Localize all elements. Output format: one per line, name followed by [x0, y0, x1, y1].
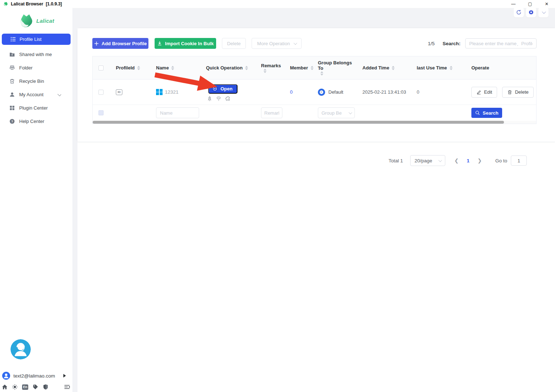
member-count-link[interactable]: 0 — [290, 89, 293, 95]
header-quick-operation: Quick Operation — [206, 65, 243, 71]
list-icon — [10, 37, 16, 42]
window-controls: — ▢ ✕ — [505, 0, 555, 8]
profile-name: 12321 — [165, 89, 179, 95]
more-operation-button[interactable]: More Operation — [252, 38, 302, 49]
sort-last-use-time[interactable] — [450, 66, 453, 70]
chevron-down-icon — [542, 10, 546, 14]
sidebar-item-label: Shared with me — [19, 52, 52, 57]
sidebar-item-label: Folder — [19, 65, 33, 71]
id-badge-icon[interactable]: ID — [116, 89, 122, 95]
lalicat-logo-icon — [18, 13, 35, 29]
add-browser-profile-button[interactable]: Add Browser Profile — [92, 38, 148, 49]
sidebar-item-shared-with-me[interactable]: Shared with me — [0, 48, 72, 61]
filter-search-button[interactable]: Search — [471, 108, 502, 118]
search-input[interactable] — [465, 38, 537, 48]
header-profileid: ProfileId — [116, 65, 135, 71]
quick-operation-icons — [206, 96, 231, 102]
prev-page-button[interactable]: ❮ — [450, 158, 463, 163]
goto-page-input[interactable] — [511, 155, 527, 166]
header-remarks: Remarks — [261, 63, 281, 68]
sidebar-item-recycle-bin[interactable]: Recycle Bin — [0, 74, 72, 88]
collapse-sidebar-icon[interactable] — [64, 384, 70, 390]
pencil-icon — [476, 90, 482, 95]
delete-button[interactable]: Delete — [502, 87, 534, 98]
titlebar: Lalicat Browser [1.0.9.3] — ▢ ✕ — [0, 0, 555, 8]
rocket-icon[interactable] — [207, 96, 213, 102]
app-window: Lalicat Browser [1.0.9.3] — ▢ ✕ Lalicat … — [0, 0, 555, 392]
sidebar-item-help-center[interactable]: ? Help Center — [0, 115, 72, 128]
profile-list-card: Add Browser Profile Import Cookie In Bul… — [77, 28, 555, 142]
filter-row: Group Be Search — [93, 105, 536, 121]
collapse-panel-button[interactable] — [538, 7, 548, 17]
sidebar-item-profile-list[interactable]: Profile List — [2, 34, 71, 45]
sidebar-item-label: Help Center — [19, 119, 44, 124]
search-label: Search: — [442, 41, 461, 46]
sidebar-item-my-account[interactable]: My Account — [0, 88, 72, 101]
import-cookie-button[interactable]: Import Cookie In Bulk — [155, 38, 216, 49]
sort-member[interactable] — [311, 66, 314, 70]
toolbar: Add Browser Profile Import Cookie In Bul… — [92, 38, 537, 49]
close-button[interactable]: ✕ — [538, 0, 555, 8]
trash-icon — [507, 90, 512, 95]
group-name: Default — [328, 89, 343, 95]
group-icon — [318, 89, 325, 96]
horizontal-scrollbar — [93, 121, 536, 124]
top-actions — [514, 7, 548, 17]
settings-button[interactable] — [526, 7, 536, 17]
gear-icon — [528, 9, 534, 15]
table-header-row: ProfileId Name Quick Operation Remarks M… — [93, 56, 536, 80]
sidebar-footer-icons: En — [2, 384, 70, 390]
row-checkbox[interactable] — [98, 90, 104, 95]
open-profile-button[interactable]: Open — [208, 84, 237, 94]
filter-name-input[interactable] — [156, 107, 199, 118]
language-badge[interactable]: En — [22, 384, 28, 390]
folder-icon — [9, 65, 15, 71]
sort-remarks[interactable] — [264, 69, 266, 73]
chevron-down-icon — [438, 158, 442, 162]
sort-quick-operation[interactable] — [245, 66, 248, 70]
scrollbar-thumb[interactable] — [93, 121, 504, 124]
header-name: Name — [156, 65, 169, 71]
windows-os-icon — [156, 89, 163, 95]
expand-arrow-icon — [63, 374, 66, 378]
delete-selected-button[interactable]: Delete — [222, 38, 246, 49]
app-logo-icon — [3, 1, 8, 7]
header-last-use-time: last Use Time — [417, 65, 447, 71]
theme-icon[interactable] — [12, 384, 18, 390]
maximize-button[interactable]: ▢ — [522, 0, 538, 8]
support-avatar[interactable] — [10, 339, 31, 359]
home-icon[interactable] — [2, 384, 8, 390]
header-member: Member — [290, 65, 308, 71]
sidebar-item-folder[interactable]: Folder — [0, 61, 72, 74]
logo-text: Lalicat — [36, 18, 54, 24]
fingerprint-icon[interactable] — [216, 96, 222, 102]
filter-group-select[interactable]: Group Be — [318, 107, 355, 118]
sidebar: Lalicat Profile List Shared with me Fold… — [0, 8, 72, 392]
sort-group[interactable] — [320, 71, 323, 76]
refresh-button[interactable] — [514, 7, 524, 17]
edit-button[interactable]: Edit — [471, 87, 497, 98]
chevron-down-icon — [349, 111, 352, 114]
extension-icon[interactable] — [225, 96, 231, 102]
minimize-button[interactable]: — — [505, 0, 522, 8]
chevron-down-icon — [58, 93, 61, 96]
page-size-select[interactable]: 20/page — [410, 155, 445, 166]
shield-icon[interactable] — [43, 384, 49, 390]
refresh-icon — [516, 9, 522, 15]
tag-icon[interactable] — [33, 384, 38, 390]
window-title: Lalicat Browser — [11, 1, 43, 7]
current-page[interactable]: 1 — [463, 158, 474, 163]
filter-checkbox[interactable] — [98, 110, 104, 115]
account-email: text2@lalimao.com — [13, 373, 55, 379]
account-row[interactable]: text2@lalimao.com — [2, 372, 66, 380]
next-page-button[interactable]: ❯ — [474, 158, 486, 163]
sort-profileid[interactable] — [137, 66, 140, 70]
sort-added-time[interactable] — [392, 66, 395, 70]
select-all-checkbox[interactable] — [98, 65, 104, 71]
goto-label: Go to — [495, 158, 507, 163]
search-icon — [475, 110, 480, 115]
shared-folder-icon — [9, 52, 15, 57]
sort-name[interactable] — [171, 66, 174, 70]
filter-remarks-input[interactable] — [261, 107, 282, 118]
sidebar-item-plugin-center[interactable]: Plugin Center — [0, 101, 72, 115]
